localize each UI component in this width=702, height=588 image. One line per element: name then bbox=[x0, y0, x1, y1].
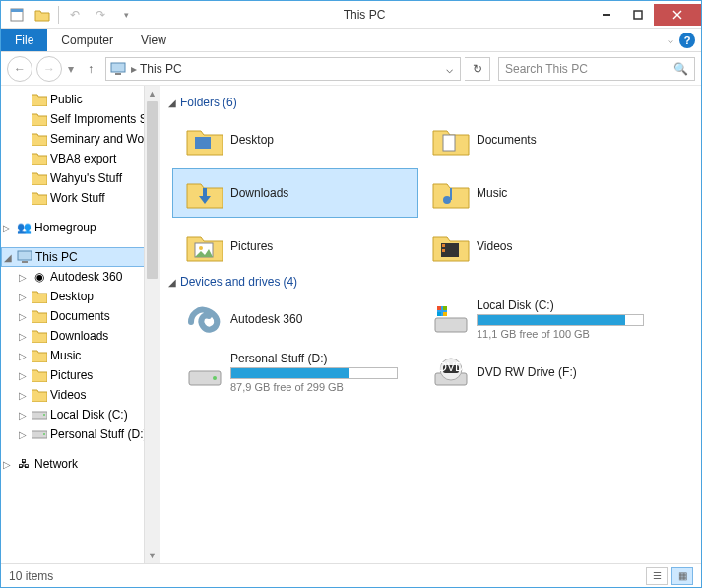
folder-music[interactable]: Music bbox=[418, 168, 665, 218]
collapse-icon[interactable]: ◢ bbox=[168, 98, 180, 108]
spacer bbox=[180, 29, 668, 51]
close-button[interactable] bbox=[654, 4, 701, 26]
sidebar-item-personal-stuff-d[interactable]: ▷Personal Stuff (D:) bbox=[1, 425, 160, 444]
breadcrumb[interactable]: This PC bbox=[140, 62, 182, 76]
sidebar-item-autodesk[interactable]: ▷◉Autodesk 360 bbox=[1, 267, 160, 287]
help-icon[interactable]: ? bbox=[679, 33, 695, 48]
drive-icon bbox=[31, 429, 48, 439]
sidebar-item-seminary[interactable]: Seminary and Wo bbox=[1, 129, 160, 149]
minimize-button[interactable] bbox=[591, 4, 622, 26]
svg-rect-17 bbox=[450, 188, 452, 200]
breadcrumb-separator-icon[interactable]: ▸ bbox=[128, 62, 140, 76]
network-icon: 🖧 bbox=[15, 457, 32, 471]
content-pane: ◢ Folders (6) Desktop Documents Download… bbox=[160, 86, 701, 563]
drive-icon bbox=[31, 410, 48, 420]
address-dropdown-icon[interactable]: ⌵ bbox=[440, 62, 458, 76]
drive-icon bbox=[179, 351, 230, 394]
sidebar-item-downloads[interactable]: ▷Downloads bbox=[1, 326, 160, 346]
capacity-bar bbox=[477, 314, 644, 326]
svg-text:DVD: DVD bbox=[438, 360, 464, 374]
folder-desktop[interactable]: Desktop bbox=[172, 115, 418, 164]
folder-pictures[interactable]: Pictures bbox=[172, 222, 418, 271]
forward-button[interactable]: → bbox=[36, 56, 62, 82]
svg-rect-25 bbox=[437, 306, 441, 310]
svg-point-11 bbox=[43, 414, 45, 416]
redo-icon[interactable]: ↷ bbox=[89, 4, 112, 26]
properties-icon[interactable] bbox=[5, 4, 29, 26]
tab-file[interactable]: File bbox=[1, 29, 47, 51]
group-folders-header[interactable]: ◢ Folders (6) bbox=[168, 96, 693, 109]
maximize-button[interactable] bbox=[622, 4, 654, 26]
svg-rect-1 bbox=[11, 9, 23, 12]
back-button[interactable]: ← bbox=[7, 56, 32, 82]
folder-videos[interactable]: Videos bbox=[418, 222, 665, 271]
sidebar-item-wahyus-stuff[interactable]: Wahyu's Stuff bbox=[1, 168, 160, 188]
ribbon-expand-icon[interactable]: ⌵ bbox=[668, 34, 673, 45]
sidebar-item-self-improvements[interactable]: Self Improments S bbox=[1, 109, 160, 129]
history-dropdown-icon[interactable]: ▾ bbox=[66, 62, 76, 76]
address-bar[interactable]: ▸ This PC ⌵ bbox=[105, 57, 461, 81]
sidebar-item-local-disk-c[interactable]: ▷Local Disk (C:) bbox=[1, 405, 160, 425]
scroll-up-icon[interactable]: ▲ bbox=[145, 86, 160, 101]
separator bbox=[58, 6, 59, 24]
svg-rect-3 bbox=[634, 11, 642, 19]
sidebar-scrollbar[interactable]: ▲ ▼ bbox=[144, 86, 160, 563]
tab-view[interactable]: View bbox=[127, 29, 180, 51]
sidebar-item-pictures[interactable]: ▷Pictures bbox=[1, 365, 160, 385]
drive-local-c[interactable]: Local Disk (C:) 11,1 GB free of 100 GB bbox=[418, 294, 665, 344]
svg-point-30 bbox=[213, 376, 217, 380]
homegroup-icon: 👥 bbox=[15, 221, 32, 234]
tiles-view-button[interactable]: ▦ bbox=[671, 567, 693, 585]
folder-icon bbox=[179, 118, 230, 162]
scroll-down-icon[interactable]: ▼ bbox=[145, 548, 160, 563]
sidebar-item-homegroup[interactable]: ▷👥Homegroup bbox=[1, 218, 160, 237]
drive-dvd-f[interactable]: DVD DVD RW Drive (F:) bbox=[418, 348, 665, 397]
svg-rect-23 bbox=[435, 318, 467, 332]
sidebar-item-vba8[interactable]: VBA8 export bbox=[1, 149, 160, 168]
svg-rect-22 bbox=[442, 249, 445, 252]
svg-rect-9 bbox=[22, 261, 28, 263]
sidebar-item-documents[interactable]: ▷Documents bbox=[1, 306, 160, 326]
up-button[interactable]: ↑ bbox=[80, 58, 101, 80]
folder-downloads[interactable]: Downloads bbox=[172, 168, 418, 218]
window-title: This PC bbox=[138, 8, 591, 22]
sidebar-item-desktop[interactable]: ▷Desktop bbox=[1, 287, 160, 306]
group-drives-header[interactable]: ◢ Devices and drives (4) bbox=[168, 275, 693, 289]
capacity-bar bbox=[230, 367, 398, 379]
scroll-thumb[interactable] bbox=[147, 101, 158, 279]
folder-icon bbox=[179, 171, 230, 215]
svg-point-16 bbox=[443, 196, 451, 204]
sidebar-item-this-pc[interactable]: ◢This PC bbox=[1, 247, 160, 267]
title-bar: ↶ ↷ ▾ This PC bbox=[1, 1, 701, 29]
search-input[interactable]: Search This PC 🔍 bbox=[498, 57, 695, 81]
tab-computer[interactable]: Computer bbox=[47, 29, 127, 51]
navigation-bar: ← → ▾ ↑ ▸ This PC ⌵ ↻ Search This PC 🔍 bbox=[1, 52, 701, 86]
undo-icon[interactable]: ↶ bbox=[63, 4, 87, 26]
search-placeholder: Search This PC bbox=[505, 62, 588, 76]
sidebar-item-music[interactable]: ▷Music bbox=[1, 346, 160, 365]
this-pc-icon bbox=[16, 250, 33, 264]
qat-dropdown-icon[interactable]: ▾ bbox=[114, 4, 138, 26]
svg-rect-27 bbox=[437, 312, 441, 316]
svg-rect-15 bbox=[443, 135, 455, 151]
status-bar: 10 items ☰ ▦ bbox=[1, 563, 701, 587]
quick-access-toolbar: ↶ ↷ ▾ bbox=[1, 4, 138, 26]
status-item-count: 10 items bbox=[9, 569, 53, 583]
sidebar-item-public[interactable]: Public bbox=[1, 90, 160, 109]
sidebar-item-videos[interactable]: ▷Videos bbox=[1, 385, 160, 405]
folder-icon bbox=[425, 225, 477, 268]
drive-personal-d[interactable]: Personal Stuff (D:) 87,9 GB free of 299 … bbox=[172, 348, 418, 397]
drive-autodesk[interactable]: Autodesk 360 bbox=[172, 294, 418, 344]
window-controls bbox=[591, 4, 701, 26]
details-view-button[interactable]: ☰ bbox=[646, 567, 668, 585]
collapse-icon[interactable]: ◢ bbox=[168, 277, 180, 288]
autodesk-icon bbox=[179, 297, 230, 341]
sidebar-item-work-stuff[interactable]: Work Stuff bbox=[1, 188, 160, 208]
svg-rect-28 bbox=[443, 312, 447, 316]
folder-icon bbox=[425, 171, 477, 215]
refresh-button[interactable]: ↻ bbox=[465, 57, 490, 81]
folder-documents[interactable]: Documents bbox=[418, 115, 665, 164]
svg-rect-26 bbox=[443, 306, 447, 310]
sidebar-item-network[interactable]: ▷🖧Network bbox=[1, 454, 160, 474]
new-folder-icon[interactable] bbox=[31, 4, 54, 26]
